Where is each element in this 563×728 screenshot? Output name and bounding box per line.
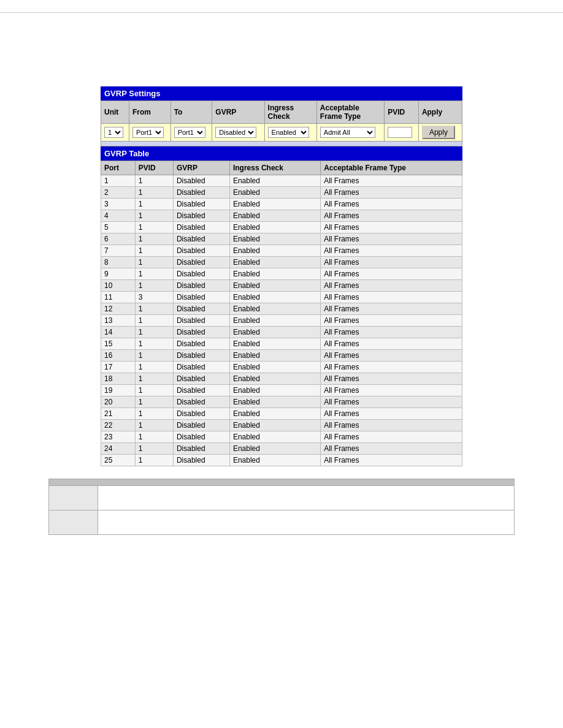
- cell-frame_type: All Frames: [321, 292, 462, 303]
- pvid-input[interactable]: [388, 127, 412, 138]
- cell-ingress: Enabled: [229, 327, 320, 338]
- th-ingress: Ingress Check: [229, 161, 320, 175]
- table-row: 171DisabledEnabledAll Frames: [101, 362, 462, 373]
- cell-gvrp: Disabled: [173, 420, 229, 431]
- col-unit: Unit: [101, 101, 129, 124]
- bottom-data-row-1: [49, 486, 515, 510]
- unit-cell: 1 2 3: [101, 124, 129, 142]
- cell-port: 10: [101, 280, 136, 292]
- table-row: 81DisabledEnabledAll Frames: [101, 257, 462, 268]
- table-row: 201DisabledEnabledAll Frames: [101, 396, 462, 408]
- cell-gvrp: Disabled: [173, 303, 229, 315]
- to-select[interactable]: Port1 Port2 Port3: [174, 127, 205, 138]
- cell-pvid: 1: [135, 385, 173, 396]
- cell-frame_type: All Frames: [321, 455, 462, 466]
- cell-ingress: Enabled: [229, 455, 320, 466]
- cell-pvid: 1: [135, 222, 173, 233]
- bottom-label-1: [49, 486, 98, 510]
- cell-port: 24: [101, 443, 136, 455]
- cell-frame_type: All Frames: [321, 280, 462, 292]
- cell-gvrp: Disabled: [173, 315, 229, 327]
- unit-select[interactable]: 1 2 3: [104, 127, 123, 138]
- cell-frame_type: All Frames: [321, 338, 462, 350]
- cell-gvrp: Disabled: [173, 222, 229, 233]
- cell-port: 2: [101, 187, 136, 199]
- cell-pvid: 1: [135, 431, 173, 443]
- cell-ingress: Enabled: [229, 257, 320, 268]
- cell-pvid: 3: [135, 292, 173, 303]
- cell-frame_type: All Frames: [321, 222, 462, 233]
- table-row: 231DisabledEnabledAll Frames: [101, 431, 462, 443]
- table-row: 21DisabledEnabledAll Frames: [101, 187, 462, 199]
- cell-frame_type: All Frames: [321, 233, 462, 245]
- frame-type-cell: Admit All Admit Only VLAN Tagged Admit O…: [316, 124, 384, 142]
- cell-ingress: Enabled: [229, 175, 320, 187]
- cell-port: 7: [101, 245, 136, 257]
- cell-frame_type: All Frames: [321, 315, 462, 327]
- cell-ingress: Enabled: [229, 268, 320, 280]
- top-divider: [0, 12, 563, 13]
- col-apply: Apply: [418, 101, 462, 124]
- gvrp-select[interactable]: Disabled Enabled: [215, 127, 256, 138]
- cell-gvrp: Disabled: [173, 280, 229, 292]
- cell-pvid: 1: [135, 455, 173, 466]
- table-row: 241DisabledEnabledAll Frames: [101, 443, 462, 455]
- th-pvid: PVID: [135, 161, 173, 175]
- cell-port: 22: [101, 420, 136, 431]
- bottom-section: [0, 479, 563, 535]
- apply-button[interactable]: Apply: [422, 126, 455, 139]
- settings-header-row: Unit From To GVRP IngressCheck Acceptabl…: [101, 101, 462, 124]
- cell-pvid: 1: [135, 408, 173, 420]
- cell-frame_type: All Frames: [321, 303, 462, 315]
- bottom-value-2: [98, 510, 515, 535]
- cell-pvid: 1: [135, 199, 173, 210]
- cell-port: 16: [101, 350, 136, 362]
- content-area: GVRP Settings Unit From To GVRP IngressC…: [101, 86, 462, 466]
- col-pvid: PVID: [385, 101, 419, 124]
- gvrp-table: Port PVID GVRP Ingress Check Acceptable …: [101, 161, 462, 466]
- cell-port: 18: [101, 373, 136, 385]
- cell-pvid: 1: [135, 280, 173, 292]
- cell-ingress: Enabled: [229, 280, 320, 292]
- cell-gvrp: Disabled: [173, 385, 229, 396]
- table-row: 181DisabledEnabledAll Frames: [101, 373, 462, 385]
- pvid-cell: [385, 124, 419, 142]
- cell-port: 4: [101, 210, 136, 222]
- cell-gvrp: Disabled: [173, 443, 229, 455]
- col-ingress: IngressCheck: [264, 101, 316, 124]
- cell-ingress: Enabled: [229, 420, 320, 431]
- cell-frame_type: All Frames: [321, 268, 462, 280]
- cell-pvid: 1: [135, 338, 173, 350]
- cell-frame_type: All Frames: [321, 187, 462, 199]
- cell-frame_type: All Frames: [321, 373, 462, 385]
- frame-type-select[interactable]: Admit All Admit Only VLAN Tagged Admit O…: [320, 127, 375, 138]
- cell-port: 13: [101, 315, 136, 327]
- ingress-select[interactable]: Enabled Disabled: [268, 127, 309, 138]
- cell-gvrp: Disabled: [173, 175, 229, 187]
- cell-port: 12: [101, 303, 136, 315]
- cell-ingress: Enabled: [229, 187, 320, 199]
- cell-pvid: 1: [135, 210, 173, 222]
- table-row: 41DisabledEnabledAll Frames: [101, 210, 462, 222]
- cell-gvrp: Disabled: [173, 292, 229, 303]
- cell-pvid: 1: [135, 303, 173, 315]
- cell-frame_type: All Frames: [321, 257, 462, 268]
- cell-port: 5: [101, 222, 136, 233]
- from-select[interactable]: Port1 Port2 Port3: [132, 127, 164, 138]
- cell-ingress: Enabled: [229, 362, 320, 373]
- cell-frame_type: All Frames: [321, 350, 462, 362]
- cell-pvid: 1: [135, 257, 173, 268]
- bottom-value-1: [98, 486, 515, 510]
- cell-port: 21: [101, 408, 136, 420]
- table-row: 221DisabledEnabledAll Frames: [101, 420, 462, 431]
- settings-data-row: 1 2 3 Port1 Port2 Port3: [101, 124, 462, 142]
- table-row: 91DisabledEnabledAll Frames: [101, 268, 462, 280]
- apply-cell: Apply: [418, 124, 462, 142]
- gvrp-header-row: Port PVID GVRP Ingress Check Acceptable …: [101, 161, 462, 175]
- cell-ingress: Enabled: [229, 443, 320, 455]
- cell-port: 19: [101, 385, 136, 396]
- gvrp-table-header: GVRP Table: [101, 146, 462, 161]
- spacer-row: [101, 142, 462, 146]
- cell-pvid: 1: [135, 175, 173, 187]
- cell-frame_type: All Frames: [321, 327, 462, 338]
